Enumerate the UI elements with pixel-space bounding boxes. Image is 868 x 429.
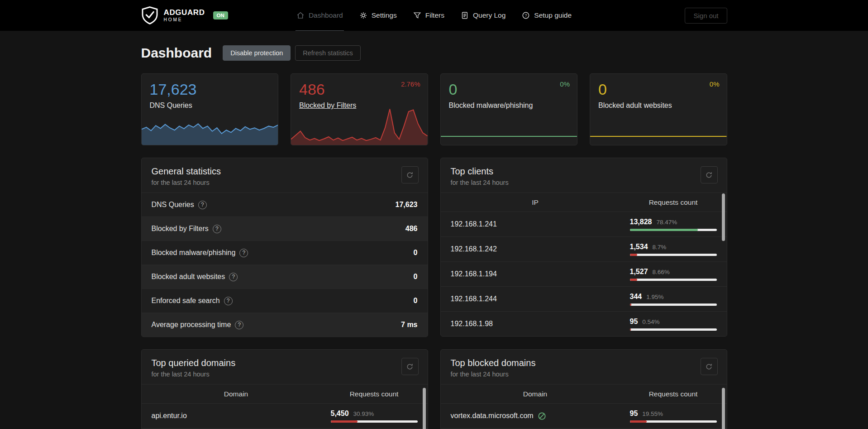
help-circle-icon: ? [522,11,530,19]
column-header-domain: Domain [441,390,630,398]
card-title: Top queried domains [152,358,236,368]
stat-value: 0 [449,81,569,98]
refresh-icon [706,363,712,370]
client-ip: 192.168.1.98 [441,320,630,328]
stat-row-value: 0 [414,297,418,305]
client-ip: 192.168.1.244 [441,295,630,303]
top-blocked-domains-card: Top blocked domains for the last 24 hour… [440,349,727,429]
card-title: Top clients [451,166,509,177]
bar-fill [630,254,638,256]
blocked-domain-icon [538,412,546,420]
dns-queries-sparkline [142,113,278,145]
refresh-card-button[interactable] [401,166,419,183]
nav-item-setup-guide[interactable]: ? Setup guide [522,11,572,19]
refresh-icon [406,172,413,178]
client-row: 192.168.1.242 1,5348.7% [441,236,727,261]
main-nav: Dashboard Settings Filters Query Log ? S… [296,0,572,31]
stat-percent: 0% [710,80,720,88]
help-icon[interactable] [213,225,221,233]
brand-subtitle: HOME [164,18,205,23]
stat-percent: 0% [560,80,570,88]
stat-row-value: 0 [414,249,418,257]
stats-row: Blocked malware/phishing 0 [142,241,428,265]
nav-label: Query Log [473,11,506,19]
refresh-statistics-button[interactable]: Refresh statistics [295,45,360,61]
top-navigation-bar: ADGUARD HOME ON Dashboard Settings Filte… [0,0,868,31]
client-row: 192.168.1.244 3441.95% [441,286,727,311]
bar-fill [331,420,358,423]
stat-label: Blocked adult websites [598,101,719,110]
disable-protection-button[interactable]: Disable protection [223,45,291,61]
stat-label-link[interactable]: Blocked by Filters [299,101,420,110]
stat-row-label: Blocked malware/phishing [152,249,236,257]
stat-row-label: Average processing time [152,321,231,329]
requests-count: 95 [630,318,638,326]
stats-row: Average processing time 7 ms [142,313,428,337]
progress-bar [331,420,418,423]
stats-row: Enforced safe search 0 [142,289,428,313]
stat-row-value: 486 [405,225,418,233]
page-title: Dashboard [141,45,212,61]
help-icon[interactable] [239,249,248,257]
table-header: IP Requests count [441,193,727,212]
bar-fill [630,420,647,423]
stat-value: 0 [598,81,719,98]
sign-out-button[interactable]: Sign out [685,8,727,24]
progress-bar [630,254,717,256]
brand-name: ADGUARD [164,9,205,17]
table-header: Domain Requests count [142,384,428,403]
requests-count: 1,527 [630,268,648,276]
stat-card-blocked-adult: 0 0% Blocked adult websites [590,73,727,145]
nav-item-dashboard[interactable]: Dashboard [296,11,343,19]
domain-row: api.entur.io 5,45030.93% [142,403,428,428]
funnel-icon [413,11,421,19]
progress-bar [630,304,717,306]
top-clients-table: IP Requests count 192.168.1.241 13,82878… [441,193,727,336]
nav-item-settings[interactable]: Settings [359,11,397,19]
client-ip: 192.168.1.242 [441,245,630,253]
nav-label: Filters [425,11,444,19]
refresh-card-button[interactable] [701,166,718,183]
stat-value: 17,623 [150,81,270,98]
refresh-card-button[interactable] [701,358,718,375]
stats-row: DNS Queries 17,623 [142,193,428,217]
stat-row-label: Enforced safe search [152,297,220,305]
scrollbar-thumb[interactable] [423,388,426,429]
stat-row-label: DNS Queries [152,201,194,209]
bar-fill [630,229,698,231]
help-icon[interactable] [224,297,233,305]
client-row: 192.168.1.98 950.54% [441,311,727,336]
refresh-card-button[interactable] [401,358,419,375]
card-title: Top blocked domains [451,358,536,368]
nav-label: Dashboard [309,11,343,19]
stat-card-blocked-by-filters: 486 2.76% Blocked by Filters [291,73,428,145]
stat-label: DNS Queries [150,101,270,110]
requests-count: 95 [630,410,638,418]
general-statistics-table: DNS Queries 17,623 Blocked by Filters 48… [142,193,428,337]
client-row: 192.168.1.241 13,82878.47% [441,212,727,236]
requests-count: 13,828 [630,218,652,226]
nav-item-query-log[interactable]: Query Log [461,11,506,19]
requests-percent: 19.55% [642,410,663,417]
help-icon[interactable] [229,273,238,281]
requests-percent: 30.93% [353,410,374,417]
protection-status-badge: ON [213,11,228,19]
stat-card-blocked-malware: 0 0% Blocked malware/phishing [440,73,578,145]
top-clients-card: Top clients for the last 24 hours IP Req… [440,158,727,337]
top-queried-table: Domain Requests count api.entur.io 5,450… [142,384,428,429]
shield-logo-icon [141,6,158,25]
help-icon[interactable] [198,201,207,209]
scrollbar-thumb[interactable] [722,388,725,429]
bar-fill [630,328,631,331]
nav-item-filters[interactable]: Filters [413,11,444,19]
stat-row-label: Blocked by Filters [152,225,209,233]
client-row: 192.168.1.194 1,5278.66% [441,261,727,286]
domain-row: vortex.data.microsoft.com 9519.55% [441,403,727,428]
adguard-logo: ADGUARD HOME ON [141,6,228,25]
scrollbar-thumb[interactable] [722,193,725,241]
help-icon[interactable] [235,321,243,329]
client-ip: 192.168.1.241 [441,220,630,228]
stat-row-value: 7 ms [401,321,417,329]
card-subtitle: for the last 24 hours [152,179,221,186]
page-header: Dashboard Disable protection Refresh sta… [141,45,727,61]
